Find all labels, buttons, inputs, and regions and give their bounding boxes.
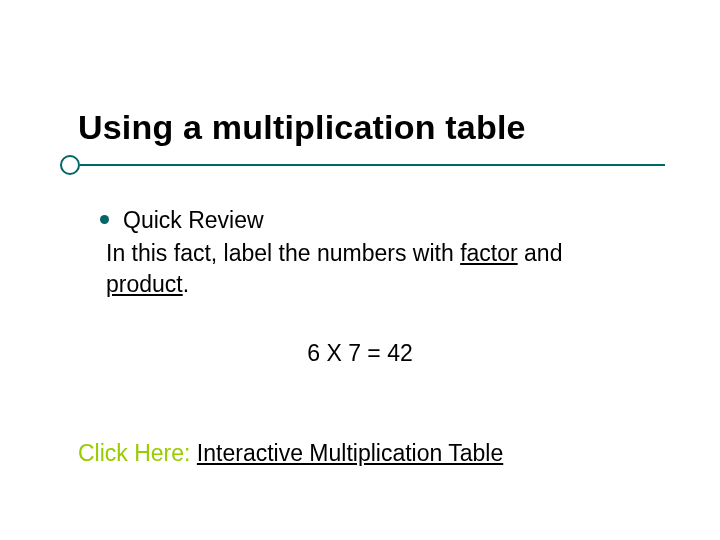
line2-pre: In this fact, label the numbers with [106, 240, 460, 266]
bullet-item: Quick Review [100, 205, 640, 236]
equation-text: 6 X 7 = 42 [0, 340, 720, 367]
line3-post: . [183, 271, 189, 297]
link-prefix: Click Here: [78, 440, 197, 466]
bullet-icon [100, 215, 109, 224]
underline-factor: factor [460, 240, 518, 266]
title-rule [0, 155, 720, 175]
underline-product: product [106, 271, 183, 297]
decorative-rule-line [80, 164, 665, 166]
bullet-lead: Quick Review [123, 205, 640, 236]
line2-mid: and [518, 240, 563, 266]
interactive-table-link[interactable]: Interactive Multiplication Table [197, 440, 503, 466]
bullet-continuation: In this fact, label the numbers with fac… [106, 238, 640, 300]
body-text: Quick Review In this fact, label the num… [100, 205, 640, 300]
slide-title: Using a multiplication table [78, 108, 526, 147]
decorative-circle-icon [60, 155, 80, 175]
link-row[interactable]: Click Here: Interactive Multiplication T… [78, 440, 503, 467]
slide: Using a multiplication table Quick Revie… [0, 0, 720, 540]
